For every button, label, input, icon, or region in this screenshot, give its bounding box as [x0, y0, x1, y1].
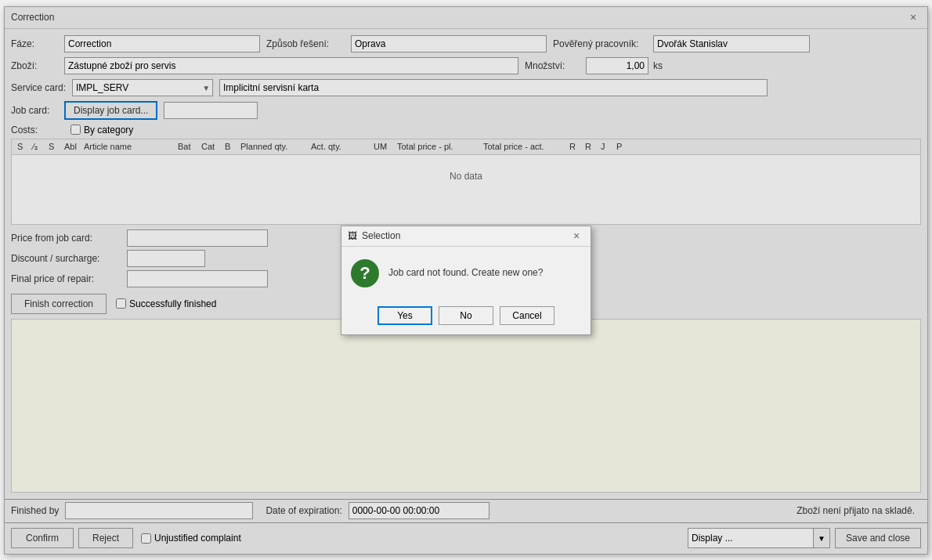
dialog-no-button[interactable]: No [439, 306, 493, 325]
dialog-buttons: Yes No Cancel [341, 300, 591, 334]
dialog-yes-button[interactable]: Yes [377, 306, 432, 325]
dialog-close-button[interactable]: × [569, 228, 584, 244]
dialog-body: ? Job card not found. Create new one? [341, 247, 591, 300]
dialog-overlay: 🖼 Selection × ? Job card not found. Crea… [5, 7, 927, 554]
question-icon: ? [351, 259, 379, 287]
dialog-cancel-button[interactable]: Cancel [500, 306, 555, 325]
dialog-message: Job card not found. Create new one? [388, 266, 543, 280]
dialog-title: 🖼 Selection [348, 230, 400, 241]
dialog-title-bar: 🖼 Selection × [341, 226, 591, 247]
main-window: Correction × Fáze: Způsob řešení: Pověře… [4, 6, 928, 555]
selection-dialog: 🖼 Selection × ? Job card not found. Crea… [341, 226, 591, 335]
dialog-title-text: Selection [362, 230, 400, 241]
dialog-title-icon: 🖼 [348, 230, 357, 241]
